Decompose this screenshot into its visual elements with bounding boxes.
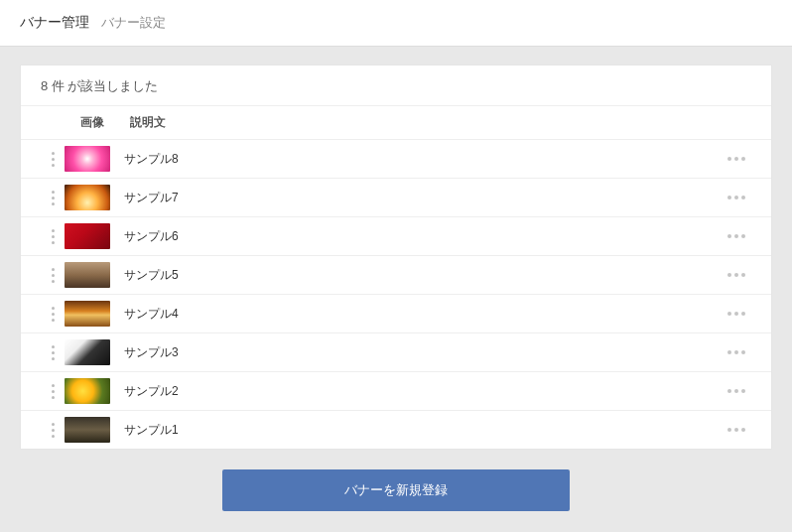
row-actions-menu-icon[interactable] (722, 389, 751, 393)
table-row: サンプル1 (21, 411, 771, 449)
col-image-header: 画像 (65, 114, 120, 131)
drag-handle-icon[interactable] (41, 307, 65, 322)
table-row: サンプル8 (21, 140, 771, 179)
drag-handle-icon[interactable] (41, 152, 65, 167)
drag-handle-icon[interactable] (41, 229, 65, 244)
row-actions-menu-icon[interactable] (722, 350, 751, 354)
page-header: バナー管理 バナー設定 (0, 0, 792, 47)
button-bar: バナーを新規登録 (0, 450, 792, 532)
table-row: サンプル5 (21, 256, 771, 295)
row-actions-menu-icon[interactable] (722, 196, 751, 200)
banner-thumbnail (65, 378, 110, 404)
banner-description: サンプル1 (124, 422, 722, 439)
banner-description: サンプル2 (124, 383, 722, 400)
banner-description: サンプル8 (124, 151, 722, 168)
page: バナー管理 バナー設定 8 件 が該当しました 画像 説明文 サンプル8サンプル… (0, 0, 792, 532)
page-subtitle: バナー設定 (101, 15, 166, 30)
drag-handle-icon[interactable] (41, 423, 65, 438)
banner-thumbnail (65, 262, 110, 288)
banner-list-card: 8 件 が該当しました 画像 説明文 サンプル8サンプル7サンプル6サンプル5サ… (20, 65, 772, 450)
table-row: サンプル3 (21, 333, 771, 372)
row-actions-menu-icon[interactable] (722, 428, 751, 432)
banner-thumbnail (65, 301, 110, 327)
banner-thumbnail (65, 146, 110, 172)
banner-description: サンプル6 (124, 228, 722, 245)
result-count: 8 件 が該当しました (21, 66, 771, 105)
table-row: サンプル7 (21, 179, 771, 217)
banner-description: サンプル7 (124, 190, 722, 206)
table-row: サンプル6 (21, 217, 771, 256)
row-actions-menu-icon[interactable] (722, 234, 751, 238)
table-header: 画像 説明文 (21, 105, 771, 140)
create-banner-button[interactable]: バナーを新規登録 (222, 469, 570, 511)
drag-handle-icon[interactable] (41, 191, 65, 205)
banner-thumbnail (65, 417, 110, 443)
row-actions-menu-icon[interactable] (722, 157, 751, 161)
drag-handle-icon[interactable] (41, 268, 65, 283)
table-row: サンプル4 (21, 295, 771, 333)
drag-handle-icon[interactable] (41, 384, 65, 399)
row-actions-menu-icon[interactable] (722, 273, 751, 277)
banner-thumbnail (65, 223, 110, 249)
drag-handle-icon[interactable] (41, 345, 65, 360)
table-body: サンプル8サンプル7サンプル6サンプル5サンプル4サンプル3サンプル2サンプル1 (21, 140, 771, 449)
row-actions-menu-icon[interactable] (722, 312, 751, 316)
table-row: サンプル2 (21, 372, 771, 411)
banner-description: サンプル4 (124, 306, 722, 323)
col-description-header: 説明文 (130, 114, 722, 131)
banner-description: サンプル5 (124, 267, 722, 284)
banner-thumbnail (65, 185, 110, 210)
banner-thumbnail (65, 339, 110, 365)
page-title: バナー管理 (20, 14, 89, 30)
banner-description: サンプル3 (124, 344, 722, 361)
